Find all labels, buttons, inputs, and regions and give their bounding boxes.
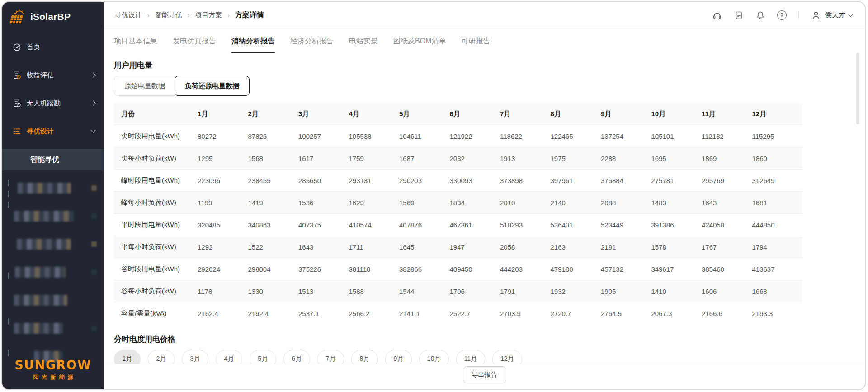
cell-value: 1419 [248,192,299,213]
cell-value: 1645 [399,236,450,258]
project-item-redacted[interactable] [14,182,104,194]
project-item-redacted[interactable] [14,210,104,222]
cell-value: 1199 [198,192,248,213]
cell-value: 1292 [198,236,248,258]
column-header: 4月 [349,103,400,125]
tab-report-2[interactable]: 发电仿真报告 [173,37,216,53]
cell-value: 1975 [551,147,601,169]
project-item-redacted[interactable] [14,238,104,250]
export-report-button[interactable]: 导出报告 [464,366,505,383]
cell-value: 536401 [551,214,601,236]
cell-value: 2141.1 [399,302,450,324]
redacted-text [15,267,66,278]
table-row: 容量/需量(kVA)2162.42192.42537.12566.22141.1… [114,302,802,324]
cell-value: 397961 [551,170,601,191]
cell-value: 105538 [349,125,400,147]
user-menu[interactable]: 侯天才 [811,10,852,21]
footer-bar: 导出报告 [104,364,865,389]
document-list-icon[interactable] [734,10,744,20]
tab-report-1[interactable]: 项目基本信息 [114,37,157,53]
scroll-mark [8,180,9,186]
cell-value: 1869 [702,147,752,169]
cell-value: 238455 [248,170,299,191]
sungrow-brand-logo: SUNGROW 阳光新能源 [2,358,104,381]
cell-value: 1860 [752,147,803,169]
brand-tagline: 阳光新能源 [2,373,104,381]
cell-value: 1681 [752,192,803,213]
toggle-original-data[interactable]: 原始电量数据 [114,76,175,95]
report-clock-icon [12,71,21,80]
cell-value: 1695 [651,147,702,169]
cell-value: 382866 [399,258,450,280]
cell-value: 100257 [298,125,349,147]
cell-value: 121922 [450,125,500,147]
tab-report-4[interactable]: 经济分析报告 [290,37,334,53]
cell-value: 510293 [500,214,551,236]
cell-value: 330093 [450,170,500,191]
column-header: 月份 [114,103,198,125]
cell-value: 80272 [198,125,248,147]
cell-value: 1711 [349,236,400,258]
breadcrumb-separator: › [147,12,150,19]
cell-value: 122465 [551,125,601,147]
row-label: 平每小时负荷(kW) [114,236,198,258]
report-tabs: 项目基本信息发电仿真报告消纳分析报告经济分析报告电站实景图纸及BOM清单可研报告 [114,37,865,53]
tab-report-3[interactable]: 消纳分析报告 [231,37,275,53]
redacted-badge [91,326,97,331]
project-item-redacted[interactable] [14,294,104,306]
row-label: 峰每小时负荷(kW) [114,192,198,213]
breadcrumb-item[interactable]: 项目方案 [195,11,222,19]
cell-value: 410574 [349,214,400,236]
chevron-down-icon [90,128,95,132]
cell-value: 1588 [349,280,400,302]
table-row: 峰时段用电量(kWh)22309623845528565029313129020… [114,169,802,191]
notification-bell-icon[interactable] [755,10,765,20]
vertical-scrollbar-thumb[interactable] [856,53,859,124]
cell-value: 2720.7 [551,302,601,324]
cell-value: 290203 [399,170,450,191]
cell-value: 2058 [500,236,551,258]
row-label: 谷每小时负荷(kW) [114,280,198,302]
breadcrumb-item[interactable]: 寻优设计 [115,11,142,19]
project-item-redacted[interactable] [14,266,104,278]
help-icon[interactable]: ? [777,10,787,20]
sidebar-item-home[interactable]: 首页 [2,33,104,61]
tab-report-5[interactable]: 电站实景 [349,37,378,53]
cell-value: 1794 [752,236,803,258]
breadcrumb-separator: › [188,12,190,19]
cell-value: 87826 [248,125,299,147]
toggle-restored-load-data[interactable]: 负荷还原电量数据 [175,76,250,96]
table-row: 平时段用电量(kWh)32048534086340737541057440787… [114,213,802,236]
cell-value: 1330 [248,280,299,302]
cell-value: 2193.3 [752,302,803,324]
sidebar: iSolarBP 首页 [2,2,104,389]
support-headset-icon[interactable] [712,10,722,20]
sidebar-item-revenue-evaluation[interactable]: 收益评估 [2,61,104,89]
cell-value: 1560 [399,192,450,213]
sidebar-item-drone-survey[interactable]: 无人机踏勘 [2,89,104,117]
cell-value: 375226 [298,258,349,280]
sidebar-item-optimization-design[interactable]: 寻优设计 [2,117,104,145]
cell-value: 223096 [198,170,248,191]
tab-report-6[interactable]: 图纸及BOM清单 [393,37,446,53]
chevron-down-icon [849,12,853,17]
data-source-toggle: 原始电量数据 负荷还原电量数据 [114,76,250,96]
row-label: 尖时段用电量(kWh) [114,125,198,147]
tab-report-7[interactable]: 可研报告 [461,37,490,53]
row-label: 峰时段用电量(kWh) [114,170,198,191]
scroll-mark [8,202,9,208]
app-logo[interactable]: iSolarBP [2,2,104,29]
row-label: 尖每小时负荷(kW) [114,147,198,169]
cell-value: 2140 [551,192,601,213]
cell-value: 104611 [399,125,450,147]
sidebar-item-label: 无人机踏勘 [27,99,61,108]
cell-value: 2566.2 [349,302,400,324]
app-window: iSolarBP 首页 [1,1,866,390]
table-body: 尖时段用电量(kWh)80272878261002571055381046111… [114,125,802,324]
cell-value: 1536 [298,192,349,213]
breadcrumb-item[interactable]: 智能寻优 [155,11,182,19]
cell-value: 1606 [702,280,752,302]
cell-value: 1483 [651,192,702,213]
sidebar-subitem-smart-optimization[interactable]: 智能寻优 [2,149,104,170]
project-item-redacted[interactable] [14,322,104,334]
